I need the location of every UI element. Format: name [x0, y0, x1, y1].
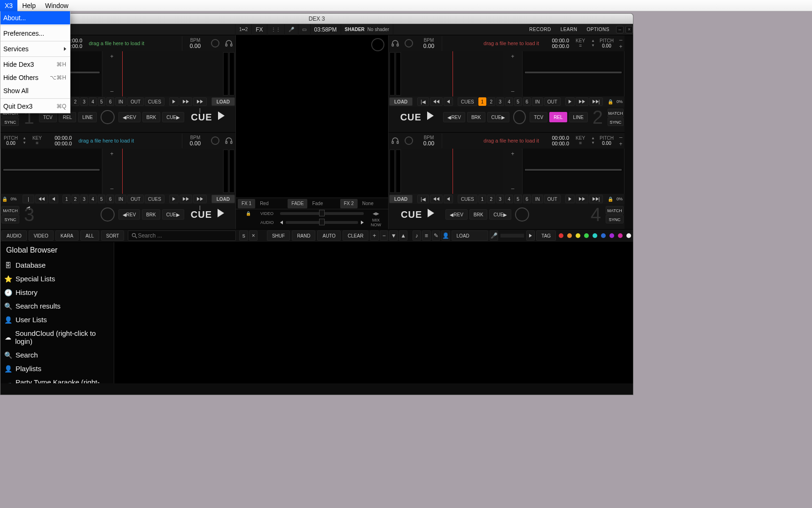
sync-button[interactable]: SYNC — [1, 118, 19, 126]
mix-now-button[interactable]: MIX NOW — [367, 218, 385, 227]
skip-end-button[interactable]: | — [193, 97, 207, 106]
hotcue-2[interactable]: 2 — [71, 195, 79, 203]
cues-button[interactable]: CUES — [458, 195, 477, 203]
pitch-minus[interactable]: – — [619, 37, 623, 43]
record-indicator[interactable] — [211, 39, 219, 48]
lock-icon[interactable]: 🔒 — [606, 195, 615, 203]
sidebar-item[interactable]: ⭐Special Lists — [0, 272, 114, 286]
hotcue-6[interactable]: 6 — [106, 195, 114, 203]
audio-right-icon[interactable] — [361, 221, 364, 224]
menu-help[interactable]: Help — [17, 0, 40, 11]
deck-drop-zone[interactable]: drag a file here to load it — [442, 138, 544, 143]
hotcue-2[interactable]: 2 — [487, 195, 495, 203]
key-nudge[interactable]: ▲▼ — [590, 39, 596, 48]
headphone-cue-button[interactable] — [222, 134, 235, 147]
app-menu[interactable]: X3 — [0, 0, 17, 11]
tag-dot[interactable] — [584, 233, 589, 238]
hotcue-5[interactable]: 5 — [514, 195, 522, 203]
rel-button[interactable]: REL — [549, 112, 567, 122]
fx-button[interactable]: FX — [252, 24, 267, 35]
ffwd-button[interactable] — [180, 195, 192, 203]
load-button[interactable]: LOAD — [211, 97, 235, 106]
step-back-button[interactable] — [444, 195, 453, 203]
step-fwd-button[interactable] — [169, 97, 179, 106]
rewind-button[interactable] — [35, 195, 48, 203]
rand-button[interactable]: RAND — [292, 230, 315, 241]
loop-in-button[interactable]: IN — [532, 195, 543, 203]
hotcue-6[interactable]: 6 — [523, 195, 531, 203]
match-button[interactable]: MATCH — [1, 206, 19, 214]
load-button[interactable]: LOAD — [389, 97, 413, 106]
record-indicator[interactable] — [405, 39, 413, 48]
sidebar-item[interactable]: 👤Playlists — [0, 362, 114, 375]
loop-in-button[interactable]: IN — [532, 97, 543, 106]
tag-dot[interactable] — [601, 233, 606, 238]
rewind-button[interactable] — [430, 195, 443, 203]
sync-button[interactable]: SYNC — [608, 118, 624, 126]
learn-button[interactable]: LEARN — [556, 27, 582, 32]
hotcue-3[interactable]: 3 — [80, 195, 88, 203]
play-button[interactable] — [218, 209, 229, 220]
brk-button[interactable]: BRK — [469, 209, 488, 220]
load-button[interactable]: LOAD — [389, 195, 413, 203]
search-input[interactable] — [138, 232, 233, 239]
shader-select[interactable]: SHADERNo shader — [341, 24, 393, 35]
pitch-plus[interactable]: + — [619, 43, 622, 50]
fx2-value[interactable]: None — [359, 201, 388, 206]
skip-start-button[interactable]: |◀ — [23, 195, 34, 203]
fade-button[interactable]: FADE — [288, 199, 307, 208]
sync-button[interactable]: SYNC — [1, 215, 19, 223]
brk-button[interactable]: BRK — [467, 112, 485, 122]
hotcue-1[interactable]: 1 — [478, 195, 486, 203]
fx1-button[interactable]: FX 1 — [238, 199, 255, 208]
hotcue-3[interactable]: 3 — [496, 97, 504, 106]
step-back-button[interactable] — [444, 97, 453, 106]
tab-audio[interactable]: AUDIO — [1, 230, 27, 241]
sidebar-head[interactable]: Global Browser — [0, 242, 114, 258]
hotcue-5[interactable]: 5 — [514, 97, 522, 106]
list-icon[interactable]: ≡ — [422, 230, 430, 241]
step-back-button[interactable] — [49, 195, 58, 203]
headphone-cue-button[interactable] — [389, 134, 402, 147]
ffwd-button[interactable] — [180, 97, 192, 106]
hotcue-4[interactable]: 4 — [505, 195, 513, 203]
cues-button[interactable]: CUES — [458, 97, 477, 106]
rewind-button[interactable] — [430, 97, 443, 106]
search-clear-button[interactable]: × — [249, 230, 258, 241]
mic-icon[interactable]: 🎤 — [285, 24, 298, 35]
brk-button[interactable]: BRK — [142, 112, 161, 122]
sidebar-item[interactable]: 🔍Search — [0, 348, 114, 362]
lock-icon[interactable]: 🔒 — [606, 97, 615, 106]
rev-button[interactable]: ◀REV — [443, 112, 465, 122]
menu-about[interactable]: About... — [0, 11, 70, 24]
tag-dot[interactable] — [609, 233, 614, 238]
minimize-button[interactable]: – — [616, 26, 624, 33]
hotcue-3[interactable]: 3 — [496, 195, 504, 203]
menu-quit[interactable]: Quit Dex3⌘Q — [0, 100, 70, 113]
waveform-overview[interactable] — [402, 51, 503, 96]
video-fade-arrows[interactable]: ◀▶ — [367, 211, 385, 216]
sidebar-item[interactable]: 🎵Party Tyme Karaoke (right-click to — [0, 375, 114, 383]
cues-button[interactable]: CUES — [145, 195, 164, 203]
match-button[interactable]: MATCH — [608, 109, 624, 117]
line-button[interactable]: LINE — [78, 112, 97, 122]
hotcue-5[interactable]: 5 — [98, 97, 106, 106]
waveform-overview[interactable] — [121, 51, 222, 96]
step-fwd-button[interactable] — [169, 195, 179, 203]
deck-drop-zone[interactable]: drag a file here to load it — [442, 40, 544, 46]
step-fwd-button[interactable] — [565, 97, 575, 106]
hotcue-5[interactable]: 5 — [98, 195, 106, 203]
rel-button[interactable]: REL — [59, 112, 76, 122]
ffwd-button[interactable] — [576, 195, 588, 203]
skip-end-button[interactable]: | — [589, 195, 603, 203]
search-box[interactable] — [128, 230, 236, 241]
deck-drop-zone[interactable]: drag a file here to load it — [84, 40, 182, 46]
deck-drop-zone[interactable]: drag a file here to load it — [74, 138, 182, 143]
mic-icon[interactable]: 🎤 — [490, 230, 498, 241]
lock-icon[interactable]: 🔒 — [0, 195, 9, 203]
record-indicator[interactable] — [211, 136, 219, 145]
headphone-cue-button[interactable] — [222, 37, 235, 50]
options-button[interactable]: OPTIONS — [582, 27, 614, 32]
video-preview[interactable] — [236, 35, 388, 198]
add-button[interactable]: + — [370, 230, 378, 241]
